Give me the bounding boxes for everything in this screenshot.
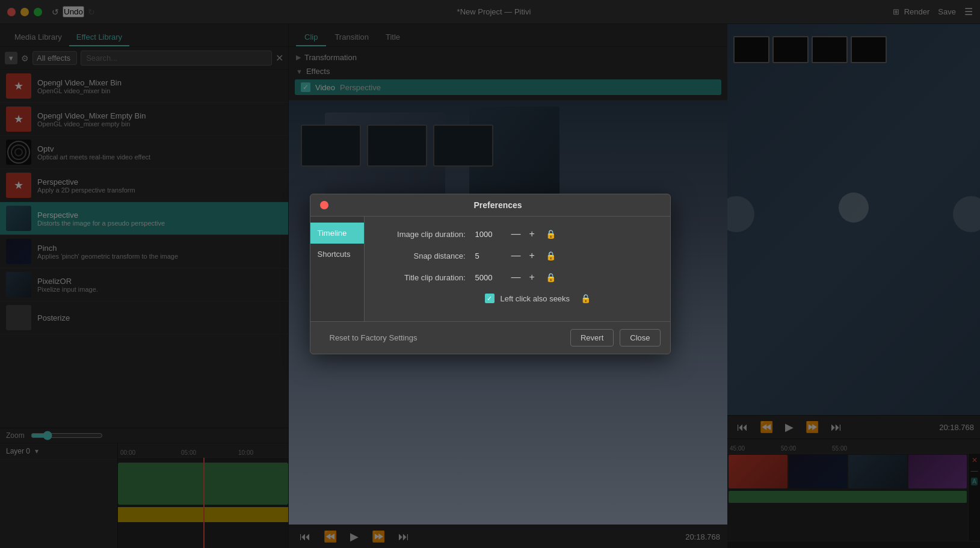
left-click-seeks-label: Left click also seeks (501, 294, 570, 303)
close-prefs-button[interactable]: Close (620, 329, 660, 346)
title-clip-reset-button[interactable]: 🔒 (546, 272, 556, 282)
image-clip-increment-button[interactable]: + (527, 229, 537, 239)
modal-footer: Reset to Factory Settings Revert Close (310, 321, 670, 354)
sidebar-item-shortcuts[interactable]: Shortcuts (310, 244, 364, 265)
modal-close-button[interactable] (320, 201, 328, 209)
pref-label-title-clip: Title clip duration: (379, 273, 475, 282)
left-click-seeks-reset-button[interactable]: 🔒 (581, 294, 591, 303)
pref-spinbox-title-clip: 5000 — + 🔒 (475, 272, 556, 283)
pref-row-image-clip: Image clip duration: 1000 — + 🔒 (379, 229, 656, 239)
image-clip-decrement-button[interactable]: — (509, 229, 523, 239)
snap-distance-reset-button[interactable]: 🔒 (546, 251, 556, 260)
revert-button[interactable]: Revert (570, 329, 614, 346)
modal-body: Timeline Shortcuts Image clip duration: … (310, 217, 670, 321)
sidebar-item-timeline[interactable]: Timeline (310, 223, 364, 244)
snap-distance-decrement-button[interactable]: — (509, 250, 523, 261)
pref-value-image-clip: 1000 (475, 230, 505, 239)
snap-distance-increment-button[interactable]: + (527, 250, 537, 261)
pref-label-image-clip: Image clip duration: (379, 230, 475, 239)
modal-footer-left: Reset to Factory Settings (320, 330, 564, 346)
pref-checkbox-row: ✓ Left click also seeks 🔒 (379, 294, 656, 303)
pref-row-snap-distance: Snap distance: 5 — + 🔒 (379, 250, 656, 261)
pref-row-title-clip: Title clip duration: 5000 — + 🔒 (379, 272, 656, 283)
image-clip-reset-button[interactable]: 🔒 (546, 229, 556, 239)
modal-titlebar: Preferences (310, 194, 670, 217)
reset-factory-button[interactable]: Reset to Factory Settings (320, 330, 427, 346)
modal-content: Image clip duration: 1000 — + 🔒 Snap dis… (365, 217, 670, 321)
pref-spinbox-snap-distance: 5 — + 🔒 (475, 250, 556, 261)
title-clip-decrement-button[interactable]: — (509, 272, 523, 283)
modal-title: Preferences (336, 200, 661, 210)
modal-sidebar: Timeline Shortcuts (310, 217, 365, 321)
preferences-dialog: Preferences Timeline Shortcuts Image cli… (310, 194, 671, 354)
pref-spinbox-image-clip: 1000 — + 🔒 (475, 229, 556, 239)
pref-value-title-clip: 5000 (475, 273, 505, 282)
pref-label-snap-distance: Snap distance: (379, 251, 475, 260)
title-clip-increment-button[interactable]: + (527, 272, 537, 283)
modal-overlay: Preferences Timeline Shortcuts Image cli… (0, 0, 980, 548)
left-click-seeks-checkbox[interactable]: ✓ (485, 294, 495, 303)
pref-value-snap-distance: 5 (475, 251, 505, 260)
